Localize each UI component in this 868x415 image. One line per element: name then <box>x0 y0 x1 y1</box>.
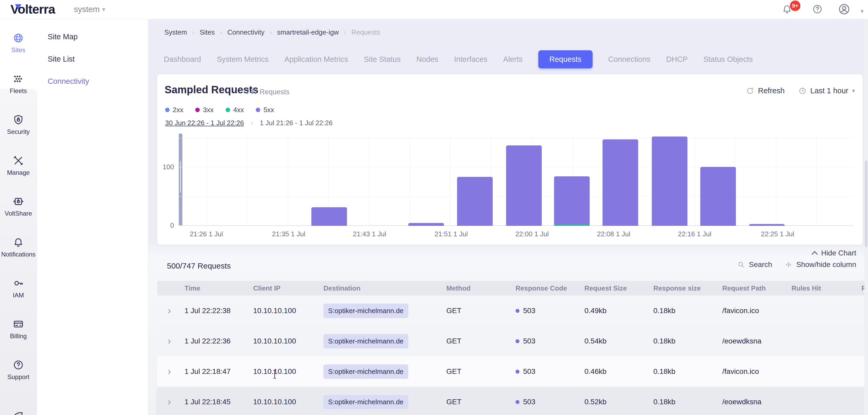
bar-5xx <box>554 176 590 226</box>
legend-dot-3xx <box>195 108 200 112</box>
legend-item-5xx[interactable]: 5xx <box>256 106 274 114</box>
row-expand-chevron-icon[interactable]: › <box>157 336 185 347</box>
row-expand-chevron-icon[interactable]: › <box>157 305 185 316</box>
bell-icon <box>12 236 24 248</box>
search-button[interactable]: Search <box>737 260 772 269</box>
tab-system-metrics[interactable]: System Metrics <box>217 55 269 64</box>
destination-tag: S:optiker-michelmann.de <box>323 304 408 318</box>
time-range-dropdown[interactable]: Last 1 hour ▾ <box>798 87 855 95</box>
tab-nodes[interactable]: Nodes <box>416 55 438 64</box>
cell-response-size: 0.18kb <box>653 307 722 315</box>
x-axis-label: 21:26 1 Jul <box>190 230 223 238</box>
column-header-destination[interactable]: Destination <box>323 284 446 292</box>
chevron-down-icon: ▾ <box>102 6 105 13</box>
brush-handle[interactable] <box>179 134 182 226</box>
legend-item-4xx[interactable]: 4xx <box>226 106 244 114</box>
range-link[interactable]: 30 Jun 22:26 - 1 Jul 22:26 <box>165 119 244 127</box>
breadcrumb-item-sites[interactable]: Sites <box>200 28 215 36</box>
avatar-caret-icon[interactable]: ▾ <box>861 8 864 15</box>
cell-response-code: 503 <box>516 367 584 376</box>
sidebar-item-billing[interactable]: Billing <box>0 309 37 350</box>
column-header-method[interactable]: Method <box>446 284 516 292</box>
column-header-rules-hit[interactable]: Rules Hit <box>792 284 862 292</box>
table-row[interactable]: ›1 Jul 22:22:3610.10.10.100S:optiker-mic… <box>157 326 868 356</box>
sites-subsidebar: Site MapSite ListConnectivity <box>37 19 148 415</box>
gridline-v <box>816 134 817 226</box>
cell-request-size: 0.49kb <box>584 307 653 315</box>
tab-connections[interactable]: Connections <box>608 55 650 64</box>
subsidebar-item-site-map[interactable]: Site Map <box>37 26 148 48</box>
legend-label: 3xx <box>203 106 213 114</box>
gridline-v <box>776 134 776 226</box>
x-axis-label: 22:00 1 Jul <box>516 230 549 238</box>
breadcrumb-item-system[interactable]: System <box>164 28 187 36</box>
user-avatar[interactable] <box>838 3 851 16</box>
gridline-v <box>450 134 451 226</box>
bar-5xx <box>506 146 542 226</box>
gridline-v <box>288 134 288 226</box>
scrollbar-thumb[interactable] <box>865 160 867 247</box>
sidebar-item-security[interactable]: Security <box>0 104 37 145</box>
tab-application-metrics[interactable]: Application Metrics <box>284 55 348 64</box>
subsidebar-items: Site MapSite ListConnectivity <box>37 19 148 93</box>
tab-interfaces[interactable]: Interfaces <box>454 55 488 64</box>
cell-method: GET <box>446 367 516 376</box>
cell-destination: S:optiker-michelmann.de <box>323 304 446 318</box>
hide-chart-button[interactable]: Hide Chart <box>812 249 856 257</box>
refresh-button[interactable]: Refresh <box>746 87 785 95</box>
table-row[interactable]: ›1 Jul 22:22:3810.10.10.100S:optiker-mic… <box>157 295 868 326</box>
cell-request-size: 0.46kb <box>584 367 653 376</box>
cell-request-size: 0.54kb <box>584 337 653 345</box>
response-code-dot <box>516 370 520 374</box>
sidebar-item-voltshare[interactable]: VoltShare <box>0 186 37 227</box>
column-header-time[interactable]: Time <box>185 284 253 292</box>
column-header-client-ip[interactable]: Client IP <box>253 284 323 292</box>
sidebar-rail-items: SitesFleetsSecurityManageVoltShareNotifi… <box>0 19 37 390</box>
vertical-scrollbar[interactable] <box>864 19 868 415</box>
response-code-value: 503 <box>523 398 535 406</box>
tab-dhcp[interactable]: DHCP <box>666 55 688 64</box>
column-header-request-size[interactable]: Request Size <box>584 284 653 292</box>
legend-item-2xx[interactable]: 2xx <box>165 106 183 114</box>
subsidebar-item-site-list[interactable]: Site List <box>37 48 148 70</box>
row-expand-chevron-icon[interactable]: › <box>157 366 185 377</box>
key-icon <box>12 278 24 289</box>
sidebar-item-notifications[interactable]: Notifications <box>0 227 37 268</box>
row-expand-chevron-icon[interactable]: › <box>157 396 185 407</box>
chevron-up-icon <box>812 251 818 257</box>
namespace-dropdown[interactable]: system ▾ <box>74 5 105 14</box>
show-hide-column-button[interactable]: Show/hide column <box>785 260 856 269</box>
tab-alerts[interactable]: Alerts <box>503 55 523 64</box>
breadcrumb-item-connectivity[interactable]: Connectivity <box>227 28 265 36</box>
legend-item-3xx[interactable]: 3xx <box>195 106 213 114</box>
table-row[interactable]: ›1 Jul 22:18:4510.10.10.100S:optiker-mic… <box>157 387 868 415</box>
cell-response-size: 0.18kb <box>653 398 722 406</box>
destination-tag: S:optiker-michelmann.de <box>323 395 408 409</box>
tab-dashboard[interactable]: Dashboard <box>164 55 201 64</box>
breadcrumb-item-smartretail-edge-igw[interactable]: smartretail-edge-igw <box>277 28 339 36</box>
help-icon[interactable] <box>812 4 823 15</box>
sidebar-item-fleets[interactable]: Fleets <box>0 63 37 104</box>
column-header-response-code[interactable]: Response Code <box>516 284 584 292</box>
tab-status-objects[interactable]: Status Objects <box>704 55 753 64</box>
tab-requests[interactable]: Requests <box>538 50 593 68</box>
column-header-request-path[interactable]: Request Path <box>722 284 792 292</box>
notification-badge[interactable]: 9+ <box>790 1 800 11</box>
tab-site-status[interactable]: Site Status <box>364 55 400 64</box>
sidebar-item-support[interactable]: Support <box>0 350 37 390</box>
sidebar-item-manage[interactable]: Manage <box>0 145 37 186</box>
table-row[interactable]: ›1 Jul 22:18:4710.10.10.100S:optiker-mic… <box>157 356 868 387</box>
x-axis-label: 22:16 1 Jul <box>678 230 711 238</box>
cell-method: GET <box>446 307 516 315</box>
cell-response-code: 503 <box>516 337 584 345</box>
cell-time: 1 Jul 22:22:38 <box>185 307 253 315</box>
breadcrumb-separator: › <box>220 29 222 36</box>
bar-5xx <box>749 224 785 226</box>
sidebar-item-iam[interactable]: IAM <box>0 268 37 309</box>
cell-time: 1 Jul 22:18:47 <box>185 367 253 376</box>
cell-request-size: 0.52kb <box>584 398 653 406</box>
cell-request-path: /eoewdksna <box>722 398 792 406</box>
subsidebar-item-connectivity[interactable]: Connectivity <box>37 70 148 93</box>
column-header-response-size[interactable]: Response size <box>653 284 722 292</box>
sidebar-item-sites[interactable]: Sites <box>0 23 37 63</box>
